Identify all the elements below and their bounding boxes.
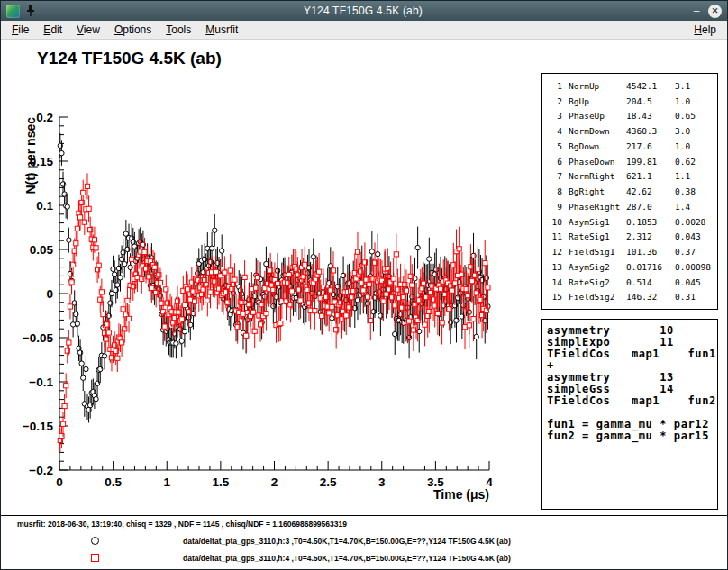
p-val: 0.514 bbox=[626, 277, 675, 287]
data-series-h4 bbox=[58, 173, 490, 452]
p-name: PhaseRight bbox=[569, 202, 626, 212]
pin-icon-glyph bbox=[25, 5, 36, 17]
menubar: FileEditViewOptionsToolsMusrfit Help bbox=[1, 21, 727, 40]
p-val: 146.32 bbox=[626, 292, 675, 302]
p-no: 4 bbox=[549, 126, 562, 136]
svg-text:0.05: 0.05 bbox=[30, 243, 54, 257]
param-row-7: 7NormRight621.11.1 bbox=[549, 171, 717, 181]
p-err: 0.31 bbox=[675, 292, 696, 302]
circle-marker-icon bbox=[91, 537, 99, 545]
param-row-5: 5BgDown217.61.0 bbox=[549, 141, 717, 151]
p-no: 15 bbox=[549, 292, 562, 302]
legend: data/deltat_pta_gps_3110,h:3 ,T0=4.50K,T… bbox=[1, 532, 727, 566]
p-no: 1 bbox=[549, 81, 562, 91]
p-err: 1.0 bbox=[675, 141, 690, 151]
p-err: 0.045 bbox=[675, 277, 701, 287]
p-val: 4542.1 bbox=[626, 81, 675, 91]
x-axis-title: Time (μs) bbox=[433, 487, 489, 502]
app-window: Y124 TF150G 4.5K (ab) – ✕ FileEditViewOp… bbox=[0, 0, 728, 570]
menu-file[interactable]: File bbox=[5, 22, 36, 38]
p-no: 8 bbox=[549, 186, 562, 196]
p-name: BgDown bbox=[569, 141, 626, 151]
svg-text:0: 0 bbox=[46, 287, 53, 301]
param-row-15: 15FieldSig2146.320.31 bbox=[549, 292, 717, 302]
menu-musrfit[interactable]: Musrfit bbox=[198, 22, 245, 38]
p-val: 199.81 bbox=[626, 157, 675, 167]
p-name: BgUp bbox=[569, 96, 626, 106]
p-no: 14 bbox=[549, 277, 562, 287]
p-val: 42.62 bbox=[626, 186, 675, 196]
param-row-10: 10AsymSig10.18530.0028 bbox=[549, 217, 717, 227]
p-val: 2.312 bbox=[626, 231, 675, 241]
param-row-14: 14RateSig20.5140.045 bbox=[549, 277, 717, 287]
p-val: 4360.3 bbox=[626, 126, 675, 136]
param-row-1: 1NormUp4542.13.1 bbox=[549, 81, 717, 91]
theory-line: fun2 = gamma_mu * par15 bbox=[547, 430, 717, 442]
menu-help[interactable]: Help bbox=[687, 22, 723, 38]
minimize-icon[interactable]: – bbox=[690, 5, 703, 17]
param-row-4: 4NormDown4360.33.0 bbox=[549, 126, 717, 136]
svg-text:2.5: 2.5 bbox=[320, 475, 337, 489]
p-val: 287.0 bbox=[626, 202, 675, 212]
param-row-13: 13AsymSig20.017160.00098 bbox=[549, 262, 717, 272]
titlebar[interactable]: Y124 TF150G 4.5K (ab) – ✕ bbox=[1, 1, 727, 21]
svg-text:0.1: 0.1 bbox=[36, 199, 53, 213]
p-name: RateSig1 bbox=[569, 231, 626, 241]
p-err: 3.1 bbox=[675, 81, 690, 91]
p-err: 1.4 bbox=[675, 202, 690, 212]
svg-text:−0.1: −0.1 bbox=[29, 375, 53, 389]
param-row-3: 3PhaseUp18.430.65 bbox=[549, 111, 717, 121]
menu-right: Help bbox=[687, 22, 723, 38]
svg-text:1.5: 1.5 bbox=[212, 475, 229, 489]
p-no: 10 bbox=[549, 217, 562, 227]
legend-entry-1: data/deltat_pta_gps_3110,h:3 ,T0=4.50K,T… bbox=[1, 532, 727, 549]
param-row-8: 8BgRight42.620.38 bbox=[549, 186, 717, 196]
p-val: 204.5 bbox=[626, 96, 675, 106]
close-icon[interactable]: ✕ bbox=[708, 5, 722, 18]
p-err: 0.62 bbox=[675, 157, 696, 167]
legend-label: data/deltat_pta_gps_3110,h:4 ,T0=4.50K,T… bbox=[183, 554, 511, 563]
theory-line: TFieldCos map1 fun1 bbox=[547, 348, 717, 360]
menu-options[interactable]: Options bbox=[107, 22, 159, 38]
menu-edit[interactable]: Edit bbox=[36, 22, 69, 38]
y-axis-title: N(t) per nsec bbox=[23, 117, 38, 195]
p-err: 0.00098 bbox=[675, 262, 711, 272]
theory-line: TFieldCos map1 fun2 bbox=[547, 395, 717, 407]
p-name: AsymSig1 bbox=[569, 217, 626, 227]
p-name: NormDown bbox=[569, 126, 626, 136]
p-no: 5 bbox=[549, 141, 562, 151]
p-no: 9 bbox=[549, 202, 562, 212]
p-name: PhaseUp bbox=[569, 111, 626, 121]
p-err: 0.65 bbox=[675, 111, 696, 121]
p-no: 6 bbox=[549, 157, 562, 167]
p-no: 11 bbox=[549, 231, 562, 241]
p-err: 0.0028 bbox=[675, 217, 705, 227]
plot-title: Y124 TF150G 4.5K (ab) bbox=[37, 49, 222, 68]
p-name: NormUp bbox=[569, 81, 626, 91]
menu-view[interactable]: View bbox=[69, 22, 107, 38]
param-row-6: 6PhaseDown199.810.62 bbox=[549, 157, 717, 167]
svg-text:0: 0 bbox=[56, 475, 63, 489]
p-val: 18.43 bbox=[626, 111, 675, 121]
pin-icon[interactable] bbox=[25, 5, 36, 17]
p-name: NormRight bbox=[569, 171, 626, 181]
svg-text:0.5: 0.5 bbox=[105, 475, 122, 489]
svg-text:−0.15: −0.15 bbox=[23, 420, 54, 433]
square-marker-icon bbox=[91, 554, 99, 562]
p-err: 0.38 bbox=[675, 186, 696, 196]
svg-text:−0.05: −0.05 bbox=[23, 331, 54, 345]
param-row-2: 2BgUp204.51.0 bbox=[549, 96, 717, 106]
legend-label: data/deltat_pta_gps_3110,h:3 ,T0=4.50K,T… bbox=[183, 537, 511, 546]
param-row-12: 12FieldSig1101.360.37 bbox=[549, 247, 717, 257]
p-name: BgRight bbox=[569, 186, 626, 196]
p-err: 3.0 bbox=[675, 126, 690, 136]
root-canvas[interactable]: Y124 TF150G 4.5K (ab) 0.20.150.10.050−0.… bbox=[1, 40, 727, 569]
menu-tools[interactable]: Tools bbox=[159, 22, 198, 38]
p-val: 0.01716 bbox=[626, 262, 675, 272]
p-name: FieldSig1 bbox=[569, 247, 626, 257]
p-name: RateSig2 bbox=[569, 277, 626, 287]
p-err: 1.1 bbox=[675, 171, 690, 181]
plot-svg[interactable]: 0.20.150.10.050−0.05−0.1−0.15−0.200.511.… bbox=[1, 76, 514, 526]
svg-text:−0.2: −0.2 bbox=[29, 464, 53, 477]
param-row-9: 9PhaseRight287.01.4 bbox=[549, 202, 717, 212]
